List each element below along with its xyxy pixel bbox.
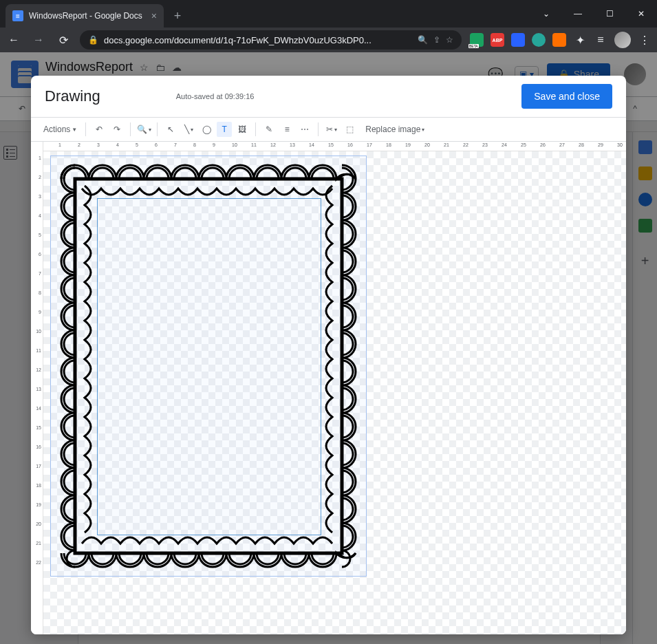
window-controls: ⌄ — ☐ ✕ bbox=[530, 0, 657, 28]
replace-image-button[interactable]: Replace image ▾ bbox=[363, 123, 427, 136]
text-box-selection[interactable] bbox=[97, 198, 321, 535]
redo-icon[interactable]: ↷ bbox=[109, 122, 125, 137]
dialog-title: Drawing bbox=[45, 87, 100, 105]
autosave-status: Auto-saved at 09:39:16 bbox=[176, 92, 255, 100]
image-tool-icon[interactable]: 🖼 bbox=[235, 122, 250, 137]
border-dash-icon[interactable]: ⋯ bbox=[297, 122, 312, 137]
line-tool-icon[interactable]: ╲▾ bbox=[181, 122, 196, 137]
extension-teal-icon[interactable] bbox=[532, 33, 546, 47]
extension-abp-icon[interactable]: ABP bbox=[491, 33, 504, 47]
more-menu-icon[interactable]: ⋮ bbox=[638, 33, 651, 47]
maximize-icon[interactable]: ☐ bbox=[594, 0, 625, 28]
crop-icon[interactable]: ✂▾ bbox=[324, 122, 339, 137]
share-page-icon[interactable]: ⇪ bbox=[433, 35, 440, 45]
reading-list-icon[interactable]: ≡ bbox=[594, 33, 607, 47]
caret-down-icon[interactable]: ⌄ bbox=[530, 0, 562, 28]
drawing-dialog: Drawing Auto-saved at 09:39:16 Save and … bbox=[31, 76, 626, 634]
select-tool-icon[interactable]: ↖ bbox=[163, 122, 178, 137]
undo-icon[interactable]: ↶ bbox=[91, 122, 107, 137]
extensions-puzzle-icon[interactable]: ✦ bbox=[573, 33, 587, 47]
close-window-icon[interactable]: ✕ bbox=[625, 0, 657, 28]
reload-icon[interactable]: ⟳ bbox=[55, 32, 72, 48]
tab-title: WindowsReport - Google Docs bbox=[29, 11, 142, 21]
browser-tab[interactable]: ≡ WindowsReport - Google Docs × bbox=[6, 4, 164, 28]
extension-fox-icon[interactable] bbox=[552, 33, 566, 47]
actions-menu[interactable]: Actions ▼ bbox=[41, 123, 80, 136]
browser-tab-strip: ≡ WindowsReport - Google Docs × + ⌄ — ☐ … bbox=[0, 0, 657, 28]
extension-beta-icon[interactable] bbox=[470, 33, 484, 47]
drawing-canvas-area: 12345678910111213141516171819202122 1234… bbox=[31, 142, 626, 634]
back-icon[interactable]: ← bbox=[6, 32, 22, 48]
extension-blue-icon[interactable] bbox=[511, 33, 525, 47]
border-weight-icon[interactable]: ≡ bbox=[279, 122, 294, 137]
shape-tool-icon[interactable]: ◯ bbox=[199, 122, 214, 137]
minimize-icon[interactable]: — bbox=[562, 0, 594, 28]
forward-icon[interactable]: → bbox=[30, 32, 47, 48]
save-and-close-button[interactable]: Save and close bbox=[521, 84, 612, 109]
dialog-header: Drawing Auto-saved at 09:39:16 Save and … bbox=[31, 76, 626, 117]
browser-toolbar: ← → ⟳ 🔒 docs.google.com/document/d/1q-71… bbox=[0, 28, 657, 52]
docs-favicon: ≡ bbox=[12, 10, 23, 21]
address-bar[interactable]: 🔒 docs.google.com/document/d/1q-71oFwK_D… bbox=[80, 30, 462, 50]
profile-avatar[interactable] bbox=[614, 32, 631, 48]
star-icon[interactable]: ☆ bbox=[446, 35, 453, 45]
close-tab-icon[interactable]: × bbox=[151, 10, 157, 21]
url-text: docs.google.com/document/d/1q-71oFwK_DWh… bbox=[104, 35, 371, 45]
drawing-canvas[interactable] bbox=[43, 151, 626, 634]
new-tab-button[interactable]: + bbox=[168, 6, 187, 25]
zoom-icon[interactable]: 🔍▾ bbox=[136, 122, 151, 137]
horizontal-ruler[interactable]: 1234567891011121314151617181920212223242… bbox=[43, 142, 626, 151]
border-color-icon[interactable]: ✎ bbox=[261, 122, 277, 137]
text-box-icon[interactable]: T bbox=[217, 122, 232, 137]
lock-icon: 🔒 bbox=[88, 35, 98, 45]
vertical-ruler[interactable]: 12345678910111213141516171819202122 bbox=[31, 142, 43, 634]
search-icon[interactable]: 🔍 bbox=[418, 35, 428, 45]
drawing-toolbar: Actions ▼ ↶ ↷ 🔍▾ ↖ ╲▾ ◯ T 🖼 ✎ ≡ ⋯ ✂▾ ⬚ R… bbox=[31, 117, 626, 142]
mask-icon[interactable]: ⬚ bbox=[342, 122, 357, 137]
extension-icons: ABP ✦ ≡ ⋮ bbox=[470, 32, 651, 48]
